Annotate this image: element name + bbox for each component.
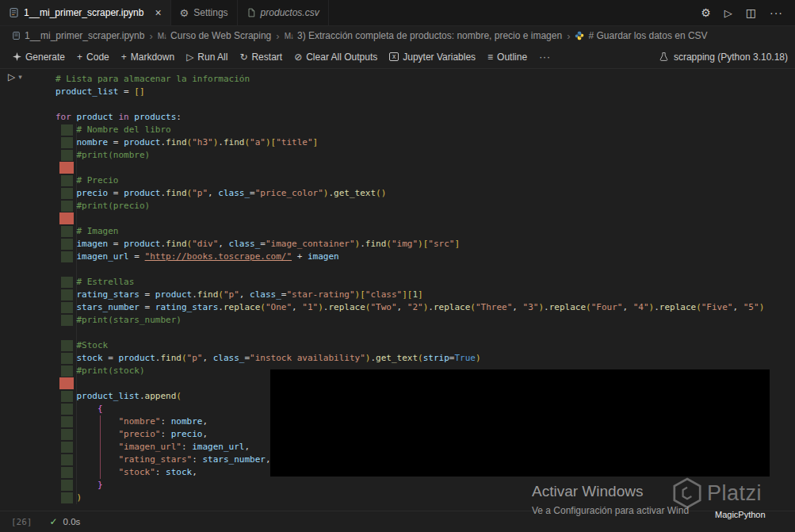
indent-rainbow-marker	[61, 251, 73, 262]
indent-rainbow-marker	[61, 416, 73, 427]
indent-rainbow-marker	[61, 467, 73, 478]
breadcrumb-label: 3) Extracción completa de productos: nom…	[297, 30, 562, 41]
platzi-watermark: Platzi	[673, 477, 762, 509]
indent-rainbow-marker	[61, 340, 73, 351]
indent-rainbow-marker	[61, 124, 73, 136]
clear-outputs-button[interactable]: ⊘ Clear All Outputs	[289, 49, 383, 65]
notebook-icon	[9, 7, 19, 18]
windows-activation-subtext: Ve a Configuración para activar Wind	[532, 505, 689, 516]
execution-time: 0.0s	[63, 517, 81, 526]
csv-file-icon	[247, 7, 256, 18]
vscode-window: { "tabs": [ { "title": "1__mi_primer_scr…	[0, 0, 795, 532]
code-line[interactable]: # Lista para almacenar la información	[55, 73, 795, 86]
windows-activation-watermark: Activar Windows	[532, 483, 643, 500]
plus-icon: +	[121, 52, 127, 62]
outline-button[interactable]: ≡ Outline	[482, 49, 533, 65]
code-line[interactable]: for product in products:	[55, 111, 795, 124]
code-line[interactable]: stars_number = rating_stars.replace("One…	[55, 301, 795, 314]
plus-icon: +	[77, 52, 82, 62]
tab-notebook[interactable]: 1__mi_primer_scraper.ipynb ×	[0, 0, 171, 25]
split-editor-icon[interactable]: ◫	[746, 7, 756, 18]
code-line[interactable]: # Estrellas	[55, 276, 795, 289]
code-line[interactable]: imagen_url = "http://books.toscrape.com/…	[55, 251, 795, 263]
code-line[interactable]	[55, 263, 795, 276]
code-line[interactable]: rating_stars = product.find("p", class_=…	[55, 289, 795, 301]
code-line[interactable]	[55, 327, 795, 339]
indent-rainbow-marker	[61, 492, 73, 503]
indent-rainbow-marker	[61, 239, 73, 250]
platzi-logo-icon	[673, 477, 701, 509]
language-mode-label: MagicPython	[715, 510, 766, 519]
python-icon	[575, 31, 584, 40]
play-icon: ▷	[186, 52, 193, 62]
indent-rainbow-marker	[61, 302, 73, 313]
breadcrumb: 1__mi_primer_scraper.ipynb › M↓ Curso de…	[0, 26, 795, 45]
markdown-icon: M↓	[158, 32, 166, 40]
execution-count: [26]	[11, 517, 32, 527]
code-line[interactable]: nombre = product.find("h3").find("a")["t…	[55, 136, 795, 149]
clear-all-icon: ⊘	[294, 52, 302, 62]
indent-rainbow-marker	[61, 454, 73, 465]
editor-actions: ⚙ ▷ ◫ ···	[701, 0, 795, 25]
indent-rainbow-marker	[61, 480, 73, 491]
indent-rainbow-marker	[61, 175, 73, 186]
indent-guide	[76, 124, 77, 504]
run-all-button[interactable]: ▷ Run All	[181, 49, 233, 65]
indent-rainbow-marker	[61, 315, 73, 326]
code-line[interactable]: product_list = []	[55, 86, 795, 98]
indent-rainbow-marker	[61, 366, 73, 377]
code-line[interactable]: # Nombre del libro	[55, 124, 795, 136]
code-line[interactable]: stock = product.find("p", class_="instoc…	[55, 352, 795, 365]
add-markdown-button[interactable]: + Markdown	[116, 49, 180, 65]
notebook-toolbar: Generate + Code + Markdown ▷ Run All ↻ R…	[0, 45, 795, 69]
code-line[interactable]: # Precio	[55, 174, 795, 187]
outline-icon: ≡	[487, 52, 493, 62]
generate-button[interactable]: Generate	[7, 49, 71, 65]
toolbar-more-button[interactable]: ···	[533, 50, 556, 64]
indent-rainbow-marker	[61, 404, 73, 415]
code-line[interactable]: precio = product.find("p", class_="price…	[55, 187, 795, 200]
success-check-icon: ✓	[50, 516, 58, 527]
tab-title: Settings	[193, 7, 227, 18]
chevron-right-icon: ›	[567, 30, 570, 42]
indent-rainbow-marker	[61, 289, 73, 300]
jupyter-variables-button[interactable]: x Jupyter Variables	[384, 49, 481, 65]
close-icon[interactable]: ×	[155, 7, 161, 18]
code-line[interactable]: # Imagen	[55, 225, 795, 238]
breadcrumb-file[interactable]: 1__mi_primer_scraper.ipynb	[12, 30, 144, 41]
indent-rainbow-marker	[61, 201, 73, 212]
code-line[interactable]: #print(nombre)	[55, 149, 795, 162]
settings-gear-icon[interactable]: ⚙	[701, 7, 711, 18]
indent-error-marker	[59, 162, 74, 174]
breadcrumb-cell[interactable]: # Guardar los datos en CSV	[575, 30, 707, 41]
notebook-icon	[12, 31, 21, 40]
indent-rainbow-marker	[61, 226, 73, 237]
code-line[interactable]	[55, 212, 795, 225]
breadcrumb-section[interactable]: M↓ Curso de Web Scraping	[158, 30, 272, 41]
flask-icon	[659, 52, 669, 62]
restart-icon: ↻	[239, 52, 247, 62]
code-line[interactable]: #Stock	[55, 339, 795, 352]
add-code-button[interactable]: + Code	[71, 49, 115, 65]
breadcrumb-label: Curso de Web Scraping	[170, 30, 271, 41]
restart-button[interactable]: ↻ Restart	[234, 49, 288, 65]
tab-bar: 1__mi_primer_scraper.ipynb × ⚙ Settings …	[0, 0, 795, 26]
chevron-right-icon: ›	[276, 30, 279, 42]
code-line[interactable]	[55, 98, 795, 111]
tab-settings[interactable]: ⚙ Settings	[171, 0, 238, 25]
code-line[interactable]	[55, 162, 795, 174]
kernel-picker[interactable]: scrapping (Python 3.10.18)	[659, 52, 788, 63]
chevron-right-icon: ›	[149, 30, 152, 42]
code-line[interactable]: #print(precio)	[55, 200, 795, 212]
run-button[interactable]: ▷	[724, 8, 732, 18]
tab-productos-csv[interactable]: productos.csv	[238, 0, 329, 25]
indent-rainbow-marker	[61, 137, 73, 148]
platzi-watermark-text: Platzi	[707, 481, 762, 506]
indent-rainbow-marker	[61, 442, 73, 453]
breadcrumb-section[interactable]: M↓ 3) Extracción completa de productos: …	[285, 30, 563, 41]
code-line[interactable]: imagen = product.find("div", class_="ima…	[55, 238, 795, 251]
more-actions-icon[interactable]: ···	[770, 7, 783, 18]
more-icon: ···	[539, 52, 551, 62]
code-line[interactable]: #print(stars_number)	[55, 314, 795, 327]
variables-icon: x	[389, 52, 399, 61]
